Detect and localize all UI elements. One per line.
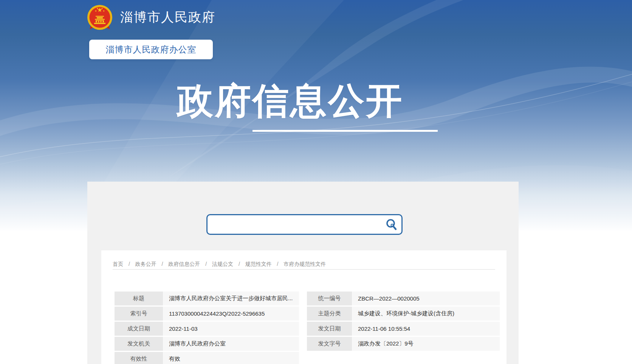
breadcrumb-current: 市府办规范性文件 <box>283 261 326 267</box>
meta-label: 有效性 <box>115 352 163 364</box>
meta-label: 成文日期 <box>115 322 163 336</box>
office-tab[interactable]: 淄博市人民政府办公室 <box>89 40 213 59</box>
doc-meta-table-left: 标题 淄博市人民政府办公室关于进一步做好城市居民... 索引号 11370300… <box>115 292 299 364</box>
meta-label: 标题 <box>115 292 163 305</box>
table-row: 统一编号 ZBCR—2022—0020005 <box>307 292 500 305</box>
document-card: 首页 / 政务公开 / 政府信息公开 / 法规公文 / 规范性文件 / 市府办规… <box>101 250 507 364</box>
breadcrumb: 首页 / 政务公开 / 政府信息公开 / 法规公文 / 规范性文件 / 市府办规… <box>113 261 326 268</box>
table-row: 有效性 有效 <box>115 352 299 364</box>
breadcrumb-separator: / <box>277 261 279 267</box>
breadcrumb-zhengwu[interactable]: 政务公开 <box>135 261 156 267</box>
meta-value-doc-number: 淄政办发〔2022〕9号 <box>352 337 500 351</box>
page-title: 政府信息公开 <box>173 81 407 121</box>
meta-value-written-date: 2022-11-03 <box>163 322 299 336</box>
meta-label: 统一编号 <box>307 292 352 305</box>
breadcrumb-home[interactable]: 首页 <box>113 261 123 267</box>
office-tab-label: 淄博市人民政府办公室 <box>106 44 197 56</box>
doc-meta-table-right: 统一编号 ZBCR—2022—0020005 主题分类 城乡建设、环境保护-城乡… <box>307 292 500 352</box>
table-row: 发文机关 淄博市人民政府办公室 <box>115 337 299 351</box>
meta-value-category: 城乡建设、环境保护-城乡建设(含住房) <box>352 307 500 321</box>
meta-label: 发文字号 <box>307 337 352 351</box>
page: 淄博市人民政府 淄博市人民政府办公室 政府信息公开 首页 <box>0 0 632 364</box>
search-button[interactable] <box>382 215 401 234</box>
meta-value-issue-date: 2022-11-06 10:55:54 <box>352 322 500 336</box>
meta-label: 主题分类 <box>307 307 352 321</box>
meta-value-index: 11370300004224423Q/2022-5296635 <box>163 307 299 321</box>
breadcrumb-xinxigongkai[interactable]: 政府信息公开 <box>168 261 200 267</box>
national-emblem-icon <box>86 4 113 31</box>
site-name: 淄博市人民政府 <box>120 9 215 26</box>
meta-value-validity: 有效 <box>163 352 299 364</box>
table-row: 主题分类 城乡建设、环境保护-城乡建设(含住房) <box>307 307 500 321</box>
table-row: 发文字号 淄政办发〔2022〕9号 <box>307 337 500 351</box>
breadcrumb-guifanxing[interactable]: 规范性文件 <box>245 261 272 267</box>
search-icon <box>385 218 398 231</box>
content-panel: 首页 / 政务公开 / 政府信息公开 / 法规公文 / 规范性文件 / 市府办规… <box>87 182 519 364</box>
search-input[interactable] <box>208 215 382 234</box>
title-underline <box>252 130 438 132</box>
breadcrumb-separator: / <box>239 261 240 267</box>
breadcrumb-separator: / <box>129 261 130 267</box>
breadcrumb-fagui[interactable]: 法规公文 <box>212 261 233 267</box>
meta-value-issuing-org: 淄博市人民政府办公室 <box>163 337 299 351</box>
meta-value-title: 淄博市人民政府办公室关于进一步做好城市居民... <box>163 292 299 305</box>
meta-label: 索引号 <box>115 307 163 321</box>
meta-value-unified-number: ZBCR—2022—0020005 <box>352 292 500 305</box>
table-row: 成文日期 2022-11-03 <box>115 322 299 336</box>
breadcrumb-separator: / <box>162 261 163 267</box>
table-row: 发文日期 2022-11-06 10:55:54 <box>307 322 500 336</box>
table-row: 标题 淄博市人民政府办公室关于进一步做好城市居民... <box>115 292 299 305</box>
meta-label: 发文机关 <box>115 337 163 351</box>
breadcrumb-separator: / <box>205 261 207 267</box>
meta-label: 发文日期 <box>307 322 352 336</box>
breadcrumb-divider <box>113 269 495 270</box>
table-row: 索引号 11370300004224423Q/2022-5296635 <box>115 307 299 321</box>
search-box <box>206 214 403 235</box>
site-logo[interactable]: 淄博市人民政府 <box>86 4 215 31</box>
